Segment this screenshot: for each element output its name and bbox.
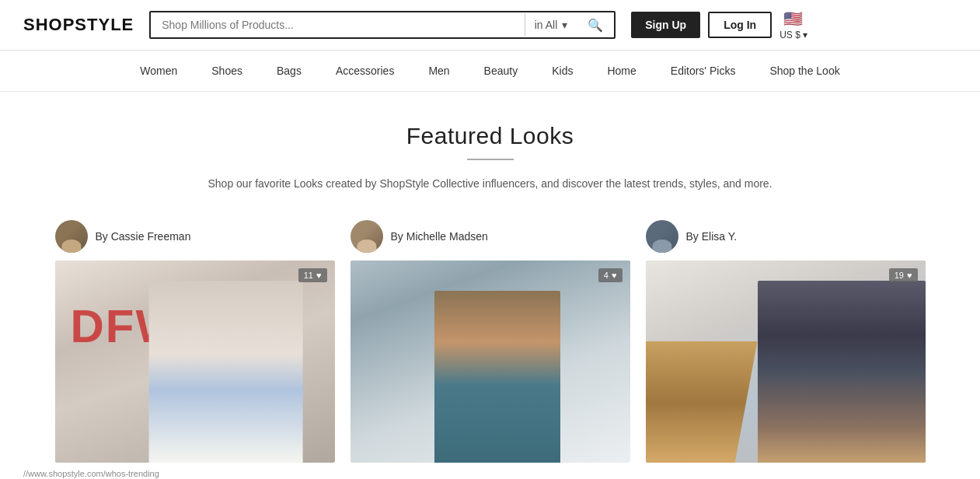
nav-item-editors-picks[interactable]: Editors' Picks [654,51,753,91]
heart-icon-3: ♥ [907,271,912,280]
look-card-3[interactable]: By Elisa Y. 19 ♥ [646,220,926,463]
chevron-down-icon: ▾ [562,19,567,31]
look-image-2 [350,260,630,463]
search-category-label: in All [535,19,558,31]
card-image-1: 11 ♥ [55,260,335,463]
nav-item-bags[interactable]: Bags [260,51,319,91]
author-name-2: By Michelle Madsen [391,230,488,243]
section-description: Shop our favorite Looks created by ShopS… [23,176,957,192]
card-badge-2: 4 ♥ [598,268,623,282]
badge-count-2: 4 [604,271,609,280]
avatar-cassie-freeman [55,220,88,253]
avatar-elisa-y [646,220,678,253]
heart-icon-2: ♥ [612,271,617,280]
nav-item-beauty[interactable]: Beauty [467,51,535,91]
page-title: Featured Looks [23,123,957,149]
card-author-1: By Cassie Freeman [55,220,335,253]
card-author-2: By Michelle Madsen [350,220,630,253]
search-bar: in All ▾ 🔍 [149,11,616,39]
currency-text: US $ ▾ [779,30,807,40]
main-navigation: Women Shoes Bags Accessories Men Beauty … [0,51,980,92]
currency-label: US $ [779,30,800,40]
nav-item-accessories[interactable]: Accessories [319,51,411,91]
badge-count-3: 19 [895,271,904,280]
currency-selector[interactable]: 🇺🇸 US $ ▾ [779,9,807,40]
badge-count-1: 11 [304,271,313,280]
author-name-1: By Cassie Freeman [96,230,191,243]
nav-item-shop-the-look[interactable]: Shop the Look [752,51,856,91]
look-card-2[interactable]: By Michelle Madsen 4 ♥ [350,220,630,463]
look-image-1 [55,260,335,463]
logo[interactable]: SHOPSTYLE [23,15,134,35]
card-image-3: 19 ♥ [646,260,926,463]
card-badge-1: 11 ♥ [298,268,327,282]
look-image-3 [646,260,926,463]
section-divider [467,159,514,160]
nav-item-shoes[interactable]: Shoes [194,51,260,91]
avatar-michelle-madsen [350,220,383,253]
author-name-3: By Elisa Y. [686,230,738,243]
search-button[interactable]: 🔍 [577,18,614,33]
search-input[interactable] [151,12,524,37]
url-bar: //www.shopstyle.com/whos-trending [23,469,957,478]
header: SHOPSTYLE in All ▾ 🔍 Sign Up Log In 🇺🇸 U… [0,0,980,51]
header-actions: Sign Up Log In 🇺🇸 US $ ▾ [631,9,807,40]
featured-looks-cards: By Cassie Freeman 11 ♥ By Michelle Madse… [23,220,957,463]
search-category-dropdown[interactable]: in All ▾ [525,19,577,31]
card-badge-3: 19 ♥ [889,268,918,282]
nav-item-men[interactable]: Men [411,51,466,91]
flag-icon: 🇺🇸 [783,9,803,28]
card-author-3: By Elisa Y. [646,220,926,253]
nav-item-women[interactable]: Women [123,51,194,91]
main-content: Featured Looks Shop our favorite Looks c… [0,92,980,479]
look-card-1[interactable]: By Cassie Freeman 11 ♥ [55,220,335,463]
heart-icon-1: ♥ [316,271,322,280]
nav-item-home[interactable]: Home [590,51,653,91]
nav-item-kids[interactable]: Kids [535,51,590,91]
login-button[interactable]: Log In [708,12,772,38]
signup-button[interactable]: Sign Up [631,12,700,38]
currency-chevron-icon: ▾ [803,30,807,40]
card-image-2: 4 ♥ [350,260,630,463]
search-icon: 🔍 [588,19,603,32]
